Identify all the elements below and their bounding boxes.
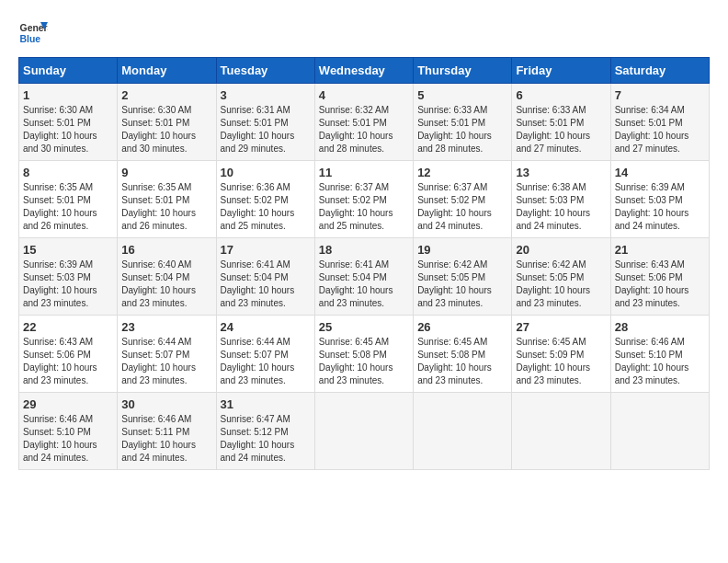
day-info: Sunrise: 6:32 AMSunset: 5:01 PMDaylight:… bbox=[319, 104, 409, 155]
day-number: 6 bbox=[516, 88, 606, 102]
day-info: Sunrise: 6:46 AMSunset: 5:10 PMDaylight:… bbox=[23, 413, 113, 465]
calendar-cell: 23Sunrise: 6:44 AMSunset: 5:07 PMDayligh… bbox=[118, 316, 216, 393]
calendar-week-row: 1Sunrise: 6:30 AMSunset: 5:01 PMDaylight… bbox=[19, 84, 710, 161]
day-number: 15 bbox=[23, 243, 113, 257]
calendar-cell: 27Sunrise: 6:45 AMSunset: 5:09 PMDayligh… bbox=[512, 316, 610, 393]
calendar-header-row: SundayMondayTuesdayWednesdayThursdayFrid… bbox=[19, 58, 710, 84]
day-info: Sunrise: 6:41 AMSunset: 5:04 PMDaylight:… bbox=[319, 259, 409, 310]
day-info: Sunrise: 6:40 AMSunset: 5:04 PMDaylight:… bbox=[121, 259, 211, 310]
calendar-week-row: 22Sunrise: 6:43 AMSunset: 5:06 PMDayligh… bbox=[19, 316, 710, 393]
day-header-tuesday: Tuesday bbox=[216, 58, 314, 84]
calendar-cell: 17Sunrise: 6:41 AMSunset: 5:04 PMDayligh… bbox=[216, 238, 314, 316]
day-info: Sunrise: 6:45 AMSunset: 5:08 PMDaylight:… bbox=[417, 336, 507, 387]
day-number: 21 bbox=[615, 243, 705, 257]
calendar-cell: 12Sunrise: 6:37 AMSunset: 5:02 PMDayligh… bbox=[414, 161, 512, 238]
logo-icon: General Blue bbox=[18, 18, 48, 48]
calendar-cell: 18Sunrise: 6:41 AMSunset: 5:04 PMDayligh… bbox=[314, 238, 413, 316]
day-header-thursday: Thursday bbox=[414, 58, 512, 84]
day-number: 2 bbox=[121, 88, 211, 102]
calendar-week-row: 15Sunrise: 6:39 AMSunset: 5:03 PMDayligh… bbox=[19, 238, 710, 316]
day-number: 29 bbox=[23, 397, 113, 411]
day-number: 13 bbox=[516, 166, 606, 179]
day-info: Sunrise: 6:47 AMSunset: 5:12 PMDaylight:… bbox=[221, 413, 311, 465]
calendar-cell: 22Sunrise: 6:43 AMSunset: 5:06 PMDayligh… bbox=[19, 316, 118, 393]
day-info: Sunrise: 6:35 AMSunset: 5:01 PMDaylight:… bbox=[121, 181, 211, 233]
day-number: 19 bbox=[417, 243, 507, 257]
day-header-monday: Monday bbox=[118, 58, 216, 84]
calendar-cell: 13Sunrise: 6:38 AMSunset: 5:03 PMDayligh… bbox=[512, 161, 610, 238]
calendar-cell: 14Sunrise: 6:39 AMSunset: 5:03 PMDayligh… bbox=[610, 161, 709, 238]
day-info: Sunrise: 6:30 AMSunset: 5:01 PMDaylight:… bbox=[121, 104, 211, 155]
calendar-cell: 7Sunrise: 6:34 AMSunset: 5:01 PMDaylight… bbox=[610, 84, 709, 161]
day-info: Sunrise: 6:35 AMSunset: 5:01 PMDaylight:… bbox=[23, 181, 113, 233]
day-number: 28 bbox=[615, 320, 705, 334]
day-number: 1 bbox=[23, 88, 113, 102]
calendar-week-row: 29Sunrise: 6:46 AMSunset: 5:10 PMDayligh… bbox=[19, 393, 710, 470]
calendar-cell: 9Sunrise: 6:35 AMSunset: 5:01 PMDaylight… bbox=[118, 161, 216, 238]
calendar-cell: 19Sunrise: 6:42 AMSunset: 5:05 PMDayligh… bbox=[414, 238, 512, 316]
day-header-friday: Friday bbox=[512, 58, 610, 84]
day-info: Sunrise: 6:42 AMSunset: 5:05 PMDaylight:… bbox=[516, 259, 606, 310]
calendar-cell bbox=[512, 393, 610, 470]
day-number: 20 bbox=[516, 243, 606, 257]
day-number: 14 bbox=[615, 166, 705, 179]
day-info: Sunrise: 6:39 AMSunset: 5:03 PMDaylight:… bbox=[23, 259, 113, 310]
day-number: 27 bbox=[516, 320, 606, 334]
day-info: Sunrise: 6:38 AMSunset: 5:03 PMDaylight:… bbox=[516, 181, 606, 233]
day-number: 4 bbox=[319, 88, 409, 102]
day-header-wednesday: Wednesday bbox=[314, 58, 413, 84]
day-number: 7 bbox=[615, 88, 705, 102]
calendar-cell: 31Sunrise: 6:47 AMSunset: 5:12 PMDayligh… bbox=[216, 393, 314, 470]
day-number: 25 bbox=[319, 320, 409, 334]
day-number: 23 bbox=[121, 320, 211, 334]
day-info: Sunrise: 6:36 AMSunset: 5:02 PMDaylight:… bbox=[221, 181, 311, 233]
day-info: Sunrise: 6:43 AMSunset: 5:06 PMDaylight:… bbox=[23, 336, 113, 387]
calendar-cell: 8Sunrise: 6:35 AMSunset: 5:01 PMDaylight… bbox=[19, 161, 118, 238]
calendar-week-row: 8Sunrise: 6:35 AMSunset: 5:01 PMDaylight… bbox=[19, 161, 710, 238]
day-info: Sunrise: 6:45 AMSunset: 5:08 PMDaylight:… bbox=[319, 336, 409, 387]
day-info: Sunrise: 6:41 AMSunset: 5:04 PMDaylight:… bbox=[221, 259, 311, 310]
day-info: Sunrise: 6:33 AMSunset: 5:01 PMDaylight:… bbox=[417, 104, 507, 155]
day-info: Sunrise: 6:37 AMSunset: 5:02 PMDaylight:… bbox=[417, 181, 507, 233]
day-number: 11 bbox=[319, 166, 409, 179]
day-number: 30 bbox=[121, 397, 211, 411]
calendar-cell: 5Sunrise: 6:33 AMSunset: 5:01 PMDaylight… bbox=[414, 84, 512, 161]
day-number: 22 bbox=[23, 320, 113, 334]
calendar-cell: 6Sunrise: 6:33 AMSunset: 5:01 PMDaylight… bbox=[512, 84, 610, 161]
day-number: 16 bbox=[121, 243, 211, 257]
day-info: Sunrise: 6:42 AMSunset: 5:05 PMDaylight:… bbox=[417, 259, 507, 310]
calendar-cell: 1Sunrise: 6:30 AMSunset: 5:01 PMDaylight… bbox=[19, 84, 118, 161]
page-header: General Blue bbox=[18, 18, 710, 48]
day-info: Sunrise: 6:34 AMSunset: 5:01 PMDaylight:… bbox=[615, 104, 705, 155]
day-info: Sunrise: 6:46 AMSunset: 5:10 PMDaylight:… bbox=[615, 336, 705, 387]
day-info: Sunrise: 6:43 AMSunset: 5:06 PMDaylight:… bbox=[615, 259, 705, 310]
calendar-cell: 29Sunrise: 6:46 AMSunset: 5:10 PMDayligh… bbox=[19, 393, 118, 470]
day-header-sunday: Sunday bbox=[19, 58, 118, 84]
day-number: 10 bbox=[221, 166, 311, 179]
calendar-cell bbox=[610, 393, 709, 470]
calendar-cell: 24Sunrise: 6:44 AMSunset: 5:07 PMDayligh… bbox=[216, 316, 314, 393]
calendar-cell: 2Sunrise: 6:30 AMSunset: 5:01 PMDaylight… bbox=[118, 84, 216, 161]
calendar-cell: 16Sunrise: 6:40 AMSunset: 5:04 PMDayligh… bbox=[118, 238, 216, 316]
calendar-cell: 11Sunrise: 6:37 AMSunset: 5:02 PMDayligh… bbox=[314, 161, 413, 238]
day-info: Sunrise: 6:30 AMSunset: 5:01 PMDaylight:… bbox=[23, 104, 113, 155]
logo: General Blue bbox=[18, 18, 48, 48]
calendar-cell: 25Sunrise: 6:45 AMSunset: 5:08 PMDayligh… bbox=[314, 316, 413, 393]
calendar-cell: 3Sunrise: 6:31 AMSunset: 5:01 PMDaylight… bbox=[216, 84, 314, 161]
calendar-cell: 15Sunrise: 6:39 AMSunset: 5:03 PMDayligh… bbox=[19, 238, 118, 316]
day-number: 31 bbox=[221, 397, 311, 411]
day-info: Sunrise: 6:37 AMSunset: 5:02 PMDaylight:… bbox=[319, 181, 409, 233]
day-info: Sunrise: 6:44 AMSunset: 5:07 PMDaylight:… bbox=[121, 336, 211, 387]
day-number: 26 bbox=[417, 320, 507, 334]
day-number: 18 bbox=[319, 243, 409, 257]
day-number: 17 bbox=[221, 243, 311, 257]
calendar-cell: 30Sunrise: 6:46 AMSunset: 5:11 PMDayligh… bbox=[118, 393, 216, 470]
day-number: 24 bbox=[221, 320, 311, 334]
day-number: 3 bbox=[221, 88, 311, 102]
day-info: Sunrise: 6:31 AMSunset: 5:01 PMDaylight:… bbox=[221, 104, 311, 155]
day-number: 12 bbox=[417, 166, 507, 179]
day-info: Sunrise: 6:46 AMSunset: 5:11 PMDaylight:… bbox=[121, 413, 211, 465]
day-info: Sunrise: 6:45 AMSunset: 5:09 PMDaylight:… bbox=[516, 336, 606, 387]
calendar-cell: 10Sunrise: 6:36 AMSunset: 5:02 PMDayligh… bbox=[216, 161, 314, 238]
day-info: Sunrise: 6:44 AMSunset: 5:07 PMDaylight:… bbox=[221, 336, 311, 387]
